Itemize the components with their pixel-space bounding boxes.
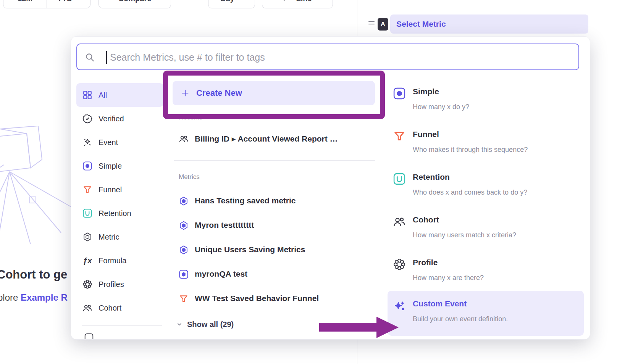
sidebar-item-label: Formula — [99, 256, 126, 265]
list-item[interactable]: Hans Testing saved metric — [174, 188, 376, 213]
decorative-wireframe — [0, 126, 80, 252]
sidebar-item-formula[interactable]: ƒx Formula — [76, 249, 163, 272]
drag-handle-icon[interactable] — [368, 20, 375, 27]
metric-type-subtitle: How many x are there? — [413, 274, 484, 282]
show-all-label: Show all (29) — [187, 320, 234, 329]
metric-type-profile[interactable]: Profile How many x are there? — [388, 257, 584, 294]
saved-metric-icon — [179, 196, 189, 206]
sidebar-item-metric[interactable]: Metric — [76, 225, 163, 249]
metric-type-cohort[interactable]: Cohort How many users match x criteria? — [388, 214, 584, 251]
list-item-label: Myron testttttttt — [195, 221, 254, 230]
saved-metric-icon — [179, 220, 189, 230]
template-icon — [84, 333, 94, 339]
series-letter: A — [381, 21, 385, 28]
formula-icon: ƒx — [82, 256, 92, 265]
sidebar-item-label: Simple — [99, 162, 122, 171]
verified-badge-icon — [82, 114, 92, 124]
metric-hexagon-icon — [82, 232, 92, 242]
date-range-group: 12M YTD — [3, 0, 90, 8]
section-divider — [174, 160, 375, 161]
recent-item-label: Billing ID ▸ Account Viewed Report … — [195, 134, 338, 143]
metric-type-custom-event[interactable]: Custom Event Build your own event defini… — [388, 291, 584, 336]
sidebar-item-partial[interactable] — [84, 333, 94, 339]
interval-dropdown[interactable]: Day — [208, 0, 255, 8]
explore-fragment: xplore — [0, 292, 21, 303]
select-metric-label: Select Metric — [396, 19, 446, 29]
saved-metric-bordered-icon — [179, 269, 189, 279]
metric-type-title: Retention — [413, 172, 450, 182]
list-item-label: Unique Users Saving Metrics — [195, 245, 305, 254]
list-item[interactable]: Myron testttttttt — [174, 213, 376, 237]
metrics-heading: Metrics — [179, 173, 200, 181]
sidebar-item-label: Funnel — [99, 185, 122, 194]
simple-metric-icon — [82, 161, 92, 171]
funnel-icon — [179, 293, 189, 303]
compare-label: Compare — [118, 0, 152, 3]
profiles-flower-icon — [82, 279, 92, 289]
sidebar-item-event[interactable]: Event — [76, 130, 163, 154]
sidebar-item-profiles[interactable]: Profiles — [76, 272, 163, 296]
search-input[interactable] — [109, 44, 569, 70]
metric-type-funnel[interactable]: Funnel Who makes it through this sequenc… — [388, 129, 584, 166]
metric-type-subtitle: Who does x and comes back to do y? — [413, 188, 527, 196]
funnel-icon — [393, 130, 406, 144]
sidebar-item-label: Verified — [99, 114, 124, 123]
metric-type-title: Cohort — [413, 215, 439, 224]
retention-icon — [82, 208, 92, 218]
list-item[interactable]: Unique Users Saving Metrics — [174, 237, 376, 262]
background-headline: Cohort to ge — [0, 268, 67, 282]
interval-label: Day — [220, 0, 234, 3]
cohort-people-icon — [82, 303, 92, 313]
series-a-badge: A — [378, 18, 388, 31]
metric-type-simple[interactable]: Simple How many x do y? — [388, 86, 584, 123]
metric-type-title: Simple — [413, 87, 439, 96]
saved-metric-icon — [179, 245, 189, 254]
show-all-button[interactable]: Show all (29) — [176, 317, 234, 332]
sidebar-item-label: Event — [99, 138, 118, 147]
create-new-button[interactable]: Create New — [173, 81, 375, 105]
range-12m-label: 12M — [18, 0, 32, 3]
example-reports-link[interactable]: Example R — [21, 292, 68, 303]
range-12m-button[interactable]: 12M — [3, 0, 47, 8]
metric-type-title: Profile — [413, 258, 438, 267]
compare-button[interactable]: Compare — [99, 0, 171, 8]
chart-type-label: Line — [296, 0, 312, 3]
chart-type-button[interactable]: Line — [262, 0, 333, 8]
text-cursor — [106, 51, 107, 64]
chevron-down-icon — [176, 321, 183, 327]
metric-type-subtitle: How many users match x criteria? — [413, 231, 516, 239]
metric-type-subtitle: Who makes it through this sequence? — [413, 146, 528, 154]
sidebar-item-label: All — [99, 91, 107, 100]
cohort-people-icon — [179, 134, 189, 144]
list-item[interactable]: myronQA test — [174, 262, 376, 286]
metric-type-title: Custom Event — [413, 299, 467, 308]
sidebar-item-cohort[interactable]: Cohort — [76, 296, 163, 320]
search-icon — [85, 52, 95, 64]
range-ytd-label: YTD — [57, 0, 73, 3]
sidebar-item-verified[interactable]: Verified — [76, 107, 163, 130]
sidebar-item-all[interactable]: All — [76, 83, 163, 107]
create-new-label: Create New — [196, 88, 242, 98]
funnel-icon — [82, 185, 92, 195]
cohort-people-icon — [393, 215, 406, 230]
sidebar-item-simple[interactable]: Simple — [76, 154, 163, 178]
range-ytd-button[interactable]: YTD — [47, 0, 90, 8]
sidebar-item-funnel[interactable]: Funnel — [76, 178, 163, 201]
grid-icon — [82, 90, 92, 100]
line-chart-icon — [283, 0, 292, 3]
plus-icon — [181, 89, 189, 97]
recent-item[interactable]: Billing ID ▸ Account Viewed Report … — [179, 130, 338, 147]
metric-filter-sidebar: All Verified Event Simple Funnel Retenti… — [76, 83, 163, 320]
metric-type-subtitle: Build your own event definition. — [413, 315, 508, 323]
select-metric-field[interactable]: Select Metric — [390, 14, 588, 34]
sidebar-item-label: Profiles — [99, 280, 124, 289]
list-item-label: Hans Testing saved metric — [195, 196, 296, 205]
metric-type-subtitle: How many x do y? — [413, 103, 469, 111]
metric-type-retention[interactable]: Retention Who does x and comes back to d… — [388, 172, 584, 208]
saved-metrics-list: Hans Testing saved metric Myron testtttt… — [174, 188, 376, 311]
profiles-flower-icon — [393, 258, 406, 272]
list-item[interactable]: WW Test Saved Behavior Funnel — [174, 286, 376, 311]
list-item-label: myronQA test — [195, 269, 247, 279]
sidebar-divider — [82, 325, 162, 326]
sidebar-item-retention[interactable]: Retention — [76, 201, 163, 225]
